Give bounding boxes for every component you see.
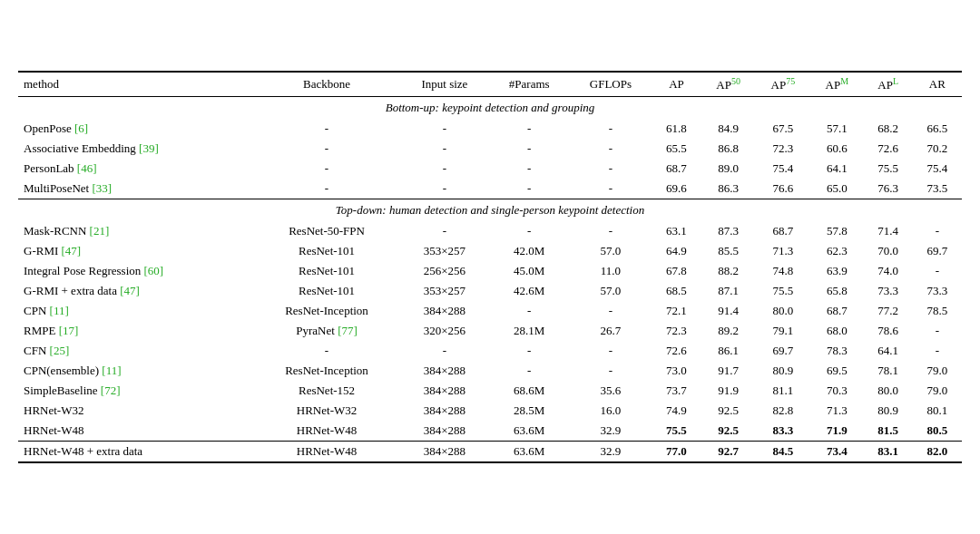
cell-apl: 80.0 (864, 381, 913, 401)
cell-ap50: 92.7 (701, 442, 756, 463)
table-row: Mask-RCNN [21] ResNet-50-FPN - - - 63.1 … (18, 221, 962, 241)
cell-ap50: 87.3 (701, 221, 756, 241)
col-header-params: #Params (489, 72, 570, 97)
cell-gflops: 32.9 (570, 442, 652, 463)
cell-input: 384×288 (400, 421, 489, 442)
cell-ap75: 84.5 (756, 442, 810, 463)
cell-ar: 73.5 (913, 179, 962, 199)
cell-apl: 75.5 (864, 159, 913, 179)
cell-apm: 60.6 (810, 139, 864, 159)
cell-ar: 73.3 (913, 281, 962, 301)
cell-backbone: ResNet-152 (253, 381, 400, 401)
cell-apm: 68.0 (810, 321, 864, 341)
cell-params: 68.6M (489, 381, 570, 401)
cell-ap: 77.0 (652, 442, 701, 463)
cell-ap: 69.6 (652, 179, 701, 199)
cell-apm: 63.9 (810, 261, 864, 281)
col-header-method: method (18, 72, 253, 97)
table-row: CFN [25] - - - - 72.6 86.1 69.7 78.3 64.… (18, 341, 962, 361)
cell-ar: 69.7 (913, 241, 962, 261)
col-header-ap50: AP50 (701, 72, 756, 97)
cell-params: 28.1M (489, 321, 570, 341)
cell-input: 256×256 (400, 261, 489, 281)
table-row: G-RMI [47] ResNet-101 353×257 42.0M 57.0… (18, 241, 962, 261)
cell-apl: 64.1 (864, 341, 913, 361)
cell-gflops: 57.0 (570, 241, 652, 261)
cell-backbone: - (253, 139, 400, 159)
cell-ap50: 87.1 (701, 281, 756, 301)
cell-ap75: 75.4 (756, 159, 810, 179)
cell-params: 63.6M (489, 442, 570, 463)
cell-backbone: ResNet-101 (253, 281, 400, 301)
header-row: method Backbone Input size #Params GFLOP… (18, 72, 962, 97)
cell-gflops: 11.0 (570, 261, 652, 281)
cell-apl: 71.4 (864, 221, 913, 241)
cell-ap: 75.5 (652, 421, 701, 442)
col-header-ar: AR (913, 72, 962, 97)
cell-ap50: 92.5 (701, 421, 756, 442)
cell-ap75: 69.7 (756, 341, 810, 361)
cell-method: G-RMI + extra data [47] (18, 281, 253, 301)
table-row: CPN [11] ResNet-Inception 384×288 - - 72… (18, 301, 962, 321)
cell-gflops: - (570, 361, 652, 381)
table-row: SimpleBaseline [72] ResNet-152 384×288 6… (18, 381, 962, 401)
cell-ar: 79.0 (913, 361, 962, 381)
table-container: method Backbone Input size #Params GFLOP… (18, 71, 962, 463)
cell-params: 28.5M (489, 401, 570, 421)
cell-apm: 71.3 (810, 401, 864, 421)
cell-gflops: - (570, 221, 652, 241)
cell-ap: 61.8 (652, 119, 701, 139)
table-row: PersonLab [46] - - - - 68.7 89.0 75.4 64… (18, 159, 962, 179)
cell-ap75: 76.6 (756, 179, 810, 199)
cell-apm: 68.7 (810, 301, 864, 321)
cell-gflops: 16.0 (570, 401, 652, 421)
cell-input: - (400, 179, 489, 199)
cell-method: PersonLab [46] (18, 159, 253, 179)
cell-backbone: PyraNet [77] (253, 321, 400, 341)
cell-apl: 72.6 (864, 139, 913, 159)
table-row: RMPE [17] PyraNet [77] 320×256 28.1M 26.… (18, 321, 962, 341)
cell-ap50: 86.3 (701, 179, 756, 199)
cell-method: G-RMI [47] (18, 241, 253, 261)
cell-backbone: HRNet-W48 (253, 421, 400, 442)
cell-backbone: - (253, 179, 400, 199)
cell-ap50: 85.5 (701, 241, 756, 261)
cell-params: - (489, 361, 570, 381)
col-header-backbone: Backbone (253, 72, 400, 97)
cell-ap: 65.5 (652, 139, 701, 159)
cell-ap: 72.6 (652, 341, 701, 361)
cell-ar: 70.2 (913, 139, 962, 159)
cell-input: - (400, 221, 489, 241)
cell-ar: - (913, 221, 962, 241)
cell-ap: 64.9 (652, 241, 701, 261)
cell-apm: 57.8 (810, 221, 864, 241)
cell-input: 384×288 (400, 301, 489, 321)
cell-backbone: HRNet-W48 (253, 442, 400, 463)
cell-ap50: 88.2 (701, 261, 756, 281)
cell-params: - (489, 221, 570, 241)
cell-ar: 80.1 (913, 401, 962, 421)
results-table: method Backbone Input size #Params GFLOP… (18, 71, 962, 463)
table-row: Integral Pose Regression [60] ResNet-101… (18, 261, 962, 281)
col-header-ap: AP (652, 72, 701, 97)
cell-input: 384×288 (400, 401, 489, 421)
cell-gflops: 32.9 (570, 421, 652, 442)
cell-gflops: 35.6 (570, 381, 652, 401)
cell-method: HRNet-W32 (18, 401, 253, 421)
cell-params: 63.6M (489, 421, 570, 442)
cell-apm: 69.5 (810, 361, 864, 381)
cell-gflops: - (570, 179, 652, 199)
cell-ap50: 84.9 (701, 119, 756, 139)
cell-ap50: 91.4 (701, 301, 756, 321)
cell-params: - (489, 179, 570, 199)
cell-ap75: 68.7 (756, 221, 810, 241)
cell-backbone: ResNet-101 (253, 261, 400, 281)
cell-ap: 73.0 (652, 361, 701, 381)
cell-gflops: - (570, 341, 652, 361)
cell-input: 384×288 (400, 381, 489, 401)
cell-gflops: - (570, 119, 652, 139)
cell-params: - (489, 139, 570, 159)
cell-params: - (489, 159, 570, 179)
cell-input: 353×257 (400, 241, 489, 261)
cell-ap50: 91.9 (701, 381, 756, 401)
